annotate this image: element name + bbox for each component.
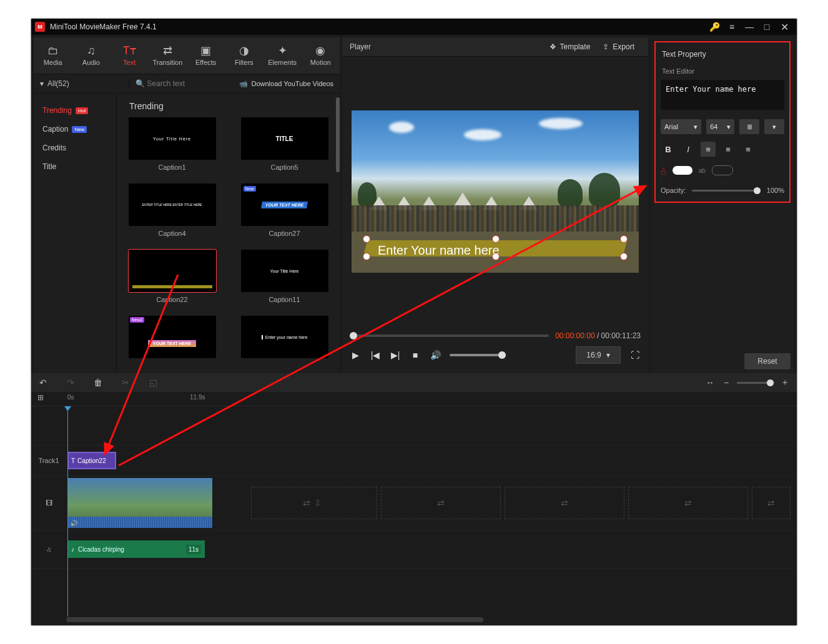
category-caption[interactable]: CaptionNew [34,120,116,139]
bold-button[interactable]: B [661,142,676,157]
ribbon-elements[interactable]: ✦Elements [264,37,302,74]
opacity-slider[interactable] [692,190,761,192]
highlight-color-swatch[interactable] [712,165,733,175]
zoom-fit-button[interactable]: ↔ [704,378,716,388]
resize-handle[interactable] [492,253,500,260]
next-frame-button[interactable]: ▶| [390,350,401,360]
font-size-dropdown[interactable]: 64▾ [706,119,734,134]
more-options-dropdown[interactable]: ▾ [764,119,784,134]
template-caption5[interactable]: TITLECaption5 [241,117,328,171]
add-track-button[interactable]: ⊞ [37,393,44,402]
stop-button[interactable]: ■ [410,350,421,360]
ribbon-audio[interactable]: ♫Audio [72,37,110,74]
ribbon-text[interactable]: TᴛText [111,37,149,74]
align-center-button[interactable]: ≡ [721,142,736,157]
category-all-dropdown[interactable]: ▾All(52) [34,79,129,88]
split-button[interactable]: ✂ [120,378,131,388]
crop-button[interactable]: ◱ [147,378,159,388]
opacity-label: Opacity: [661,187,686,194]
ribbon-filters[interactable]: ◑Filters [225,37,263,74]
upgrade-key-icon[interactable]: 🔑 [706,19,723,35]
text-color-button[interactable]: A [661,166,666,175]
aspect-ratio-dropdown[interactable]: 16:9▾ [576,346,621,364]
align-right-button[interactable]: ≡ [741,142,756,157]
text-editor-input[interactable] [661,80,784,110]
template-caption27[interactable]: NewYOUR TEXT HERECaption27 [241,183,328,237]
text-clip-caption22[interactable]: TCaption22 [67,452,116,469]
export-button[interactable]: ⇪Export [596,42,641,51]
volume-slider[interactable] [450,354,506,356]
font-family-dropdown[interactable]: Arial▾ [661,119,701,134]
timeline-h-scroll-thumb[interactable] [66,617,483,622]
app-logo: M [35,22,45,32]
resize-handle[interactable] [363,235,370,243]
zoom-handle[interactable] [767,379,774,386]
resize-handle[interactable] [363,253,370,260]
text-color-swatch[interactable] [673,166,692,175]
redo-button[interactable]: ↷ [65,378,76,388]
empty-slot[interactable]: ⇄ [752,487,791,519]
timecode: 00:00:00:00 / 00:00:11:23 [555,331,641,340]
resize-handle[interactable] [620,253,628,260]
timeline-ruler[interactable]: ⊞ 0s 11.9s [31,392,797,406]
zoom-slider[interactable] [737,382,774,384]
align-right-icon: ≡ [746,145,751,154]
video-track-icon: 🎞 [31,476,66,530]
caption-overlay-text: Enter Your name here [378,243,500,258]
reset-button[interactable]: Reset [744,353,791,369]
zoom-in-button[interactable]: ＋ [779,377,791,388]
template-caption11[interactable]: Your Title HereCaption11 [241,250,328,303]
template-caption4[interactable]: ENTER TITLE HERE ENTER TITLE HERECaption… [129,183,216,237]
close-icon[interactable]: ✕ [776,19,793,35]
prev-frame-button[interactable]: |◀ [370,350,381,360]
gallery-scrollbar[interactable] [336,97,340,172]
download-youtube-button[interactable]: 📹Download YouTube Videos [233,80,340,88]
fullscreen-button[interactable]: ⛶ [629,350,641,360]
italic-button[interactable]: I [681,142,696,157]
delete-button[interactable]: 🗑 [92,378,104,388]
resize-handle[interactable] [620,235,628,243]
category-trending[interactable]: TrendingHot [34,101,116,120]
template-caption22[interactable]: Caption22 [129,250,216,303]
zoom-out-button[interactable]: − [721,378,732,388]
empty-slot[interactable]: ⇄ [505,487,624,519]
empty-slot[interactable]: ⇄ [381,487,501,519]
category-title[interactable]: Title [34,157,116,176]
template-button[interactable]: ❖Template [543,42,597,51]
undo-button[interactable]: ↶ [37,378,49,388]
template-caption10[interactable]: Enter your name here [241,316,328,358]
template-caption1[interactable]: Your Title HereCaption1 [129,117,216,171]
play-button[interactable]: ▶ [350,350,361,360]
playhead[interactable] [67,406,68,617]
ribbon: 🗀Media ♫Audio TᴛText ⇄Transition ▣Effect… [34,37,340,74]
highlight-button[interactable]: ab [699,167,706,174]
ribbon-media[interactable]: 🗀Media [34,37,72,74]
video-preview[interactable]: Enter Your name here [352,110,639,273]
video-clip[interactable]: 🔊 [67,478,212,528]
align-left-button[interactable]: ≡ [701,142,716,157]
motion-icon: ◉ [315,45,325,56]
volume-handle[interactable] [498,351,506,359]
resize-handle[interactable] [492,235,500,243]
minimize-icon[interactable]: — [741,19,758,35]
ruler-mark: 11.9s [190,394,205,401]
ribbon-transition[interactable]: ⇄Transition [149,37,187,74]
line-spacing-button[interactable]: ≣ [739,119,759,134]
volume-icon[interactable]: 🔊 [430,350,441,360]
maximize-icon[interactable]: □ [758,19,776,35]
timeline-h-scrollbar[interactable] [66,617,762,623]
seek-handle[interactable] [350,332,357,339]
opacity-handle[interactable] [754,187,761,194]
hamburger-menu-icon[interactable]: ≡ [723,19,741,35]
empty-slot[interactable]: ⇄ [628,487,748,519]
search-text-input[interactable]: 🔍 Search text [129,79,233,88]
ribbon-motion[interactable]: ◉Motion [302,37,340,74]
seek-bar[interactable] [350,334,549,337]
category-credits[interactable]: Credits [34,139,116,157]
template-caption28[interactable]: New2YOUR TEXT HERE [129,316,216,358]
elements-icon: ✦ [278,45,287,56]
audio-clip[interactable]: ♪Cicadas chirping11s [67,540,205,558]
ribbon-effects[interactable]: ▣Effects [187,37,225,74]
library-panel: 🗀Media ♫Audio TᴛText ⇄Transition ▣Effect… [34,37,340,373]
empty-slot[interactable]: ⇄⇩ [251,487,377,519]
